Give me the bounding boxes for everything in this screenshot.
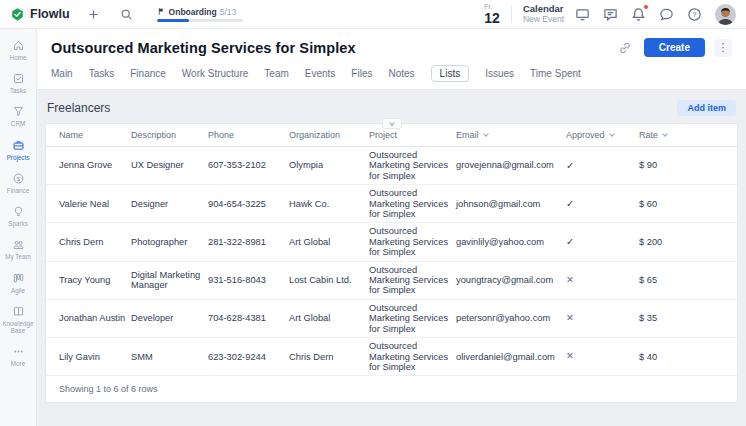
column-header-rate[interactable]: Rate <box>639 124 737 147</box>
cell-project: Outsourced Marketing Services for Simple… <box>369 299 456 337</box>
check-icon: ✓ <box>566 198 574 209</box>
cell-name: Lily Gavin <box>46 338 131 376</box>
comments-button[interactable] <box>603 6 620 23</box>
chat-button[interactable] <box>659 6 676 23</box>
svg-text:?: ? <box>692 10 696 19</box>
table-row[interactable]: Valerie NealDesigner904-654-3225Hawk Co.… <box>46 185 737 223</box>
cell-name: Tracy Young <box>46 261 131 299</box>
collapse-table-button[interactable] <box>382 118 402 129</box>
table-row[interactable]: Jenna GroveUX Designer607-353-2102Olympi… <box>46 147 737 185</box>
sidebar-item-crm[interactable]: CRM <box>0 100 36 133</box>
projects-icon <box>12 139 25 152</box>
book-icon <box>12 305 25 318</box>
sidebar-item-knowledge-base[interactable]: Knowledge Base <box>0 300 36 340</box>
table-row[interactable]: Jonathan AustinDeveloper704-628-4381Art … <box>46 299 737 337</box>
add-item-button-freelancers[interactable]: Add item <box>677 100 736 116</box>
sidebar-item-sparks[interactable]: Sparks <box>0 200 36 233</box>
more-icon <box>12 345 25 358</box>
cell-organization: Olympia <box>289 147 369 185</box>
tab-lists[interactable]: Lists <box>431 65 470 82</box>
add-button[interactable] <box>85 5 103 23</box>
user-avatar[interactable] <box>715 4 736 25</box>
agile-icon <box>12 272 25 285</box>
tab-main[interactable]: Main <box>51 68 73 79</box>
finance-icon: $ <box>12 172 25 185</box>
tab-finance[interactable]: Finance <box>130 68 166 79</box>
tab-time-spent[interactable]: Time Spent <box>530 68 581 79</box>
cell-phone: 281-322-8981 <box>208 223 289 261</box>
day-number: 12 <box>484 10 500 26</box>
column-header-organization: Organization <box>289 124 369 147</box>
tab-team[interactable]: Team <box>264 68 288 79</box>
onboarding-progress-count: 5/13 <box>220 7 237 17</box>
create-button[interactable]: Create <box>644 38 705 57</box>
freelancers-section: Freelancers Add item NameDescriptionPhon… <box>45 100 738 403</box>
sidebar-item-more[interactable]: More <box>0 340 36 373</box>
sidebar-item-projects[interactable]: Projects <box>0 134 36 167</box>
sidebar-item-label: Knowledge Base <box>1 320 35 334</box>
sidebar-item-label: CRM <box>11 120 25 127</box>
sidebar-item-tasks[interactable]: Tasks <box>0 67 36 100</box>
content: Freelancers Add item NameDescriptionPhon… <box>37 90 746 426</box>
chevron-down-icon <box>389 120 395 126</box>
cell-approved: ✓ <box>566 223 639 261</box>
cell-organization: Lost Cabin Ltd. <box>289 261 369 299</box>
cell-project: Outsourced Marketing Services for Simple… <box>369 147 456 185</box>
column-header-email[interactable]: Email <box>456 124 566 147</box>
calendar-widget[interactable]: Calendar New Event <box>523 3 564 25</box>
tab-tasks[interactable]: Tasks <box>89 68 115 79</box>
help-button[interactable]: ? <box>687 6 704 23</box>
help-icon: ? <box>687 7 704 22</box>
tab-issues[interactable]: Issues <box>485 68 514 79</box>
comments-icon <box>603 7 620 22</box>
cross-icon: ✕ <box>566 274 574 285</box>
flag-icon <box>157 7 166 16</box>
brand[interactable]: Flowlu <box>10 7 70 22</box>
rows-count-label: Showing 1 to 6 of 6 rows <box>46 376 737 402</box>
table-row[interactable]: Lily GavinSMM623-302-9244Chris DernOutso… <box>46 338 737 376</box>
column-header-approved[interactable]: Approved <box>566 124 639 147</box>
copy-link-button[interactable] <box>617 39 635 57</box>
tab-events[interactable]: Events <box>305 68 336 79</box>
column-label: Phone <box>208 130 234 140</box>
topbar: Flowlu Onboarding 5/13 Fr. 12 Calendar N… <box>0 0 746 29</box>
section-title-freelancers: Freelancers <box>47 101 110 115</box>
cell-approved: ✓ <box>566 185 639 223</box>
chat-bubble-icon <box>659 7 676 22</box>
tab-notes[interactable]: Notes <box>388 68 414 79</box>
sidebar-item-finance[interactable]: $Finance <box>0 167 36 200</box>
tab-work-structure[interactable]: Work Structure <box>182 68 249 79</box>
tab-files[interactable]: Files <box>351 68 372 79</box>
bell-button[interactable] <box>631 6 648 23</box>
cell-name: Chris Dern <box>46 223 131 261</box>
screen-button[interactable] <box>575 6 592 23</box>
cell-project: Outsourced Marketing Services for Simple… <box>369 261 456 299</box>
sidebar-item-label: Home <box>10 54 27 61</box>
date-widget[interactable]: Fr. 12 <box>484 3 500 26</box>
sidebar-item-home[interactable]: Home <box>0 34 36 67</box>
cell-email: youngtracy@gmail.com <box>456 261 566 299</box>
main-area: Outsourced Marketing Services for Simple… <box>37 29 746 426</box>
cell-email: petersonr@yahoo.com <box>456 299 566 337</box>
cell-organization: Art Global <box>289 299 369 337</box>
sidebar-item-my-team[interactable]: My Team <box>0 233 36 266</box>
sidebar-item-agile[interactable]: Agile <box>0 267 36 300</box>
search-button[interactable] <box>118 5 136 23</box>
team-icon <box>12 238 25 251</box>
cell-rate: $ 90 <box>639 147 737 185</box>
cell-email: gavinlily@yahoo.com <box>456 223 566 261</box>
cell-rate: $ 65 <box>639 261 737 299</box>
more-menu-button[interactable]: ⋮ <box>714 39 732 57</box>
cell-phone: 704-628-4381 <box>208 299 289 337</box>
table-row[interactable]: Tracy YoungDigital Marketing Manager931-… <box>46 261 737 299</box>
tabs: MainTasksFinanceWork StructureTeamEvents… <box>51 65 732 89</box>
cell-rate: $ 35 <box>639 299 737 337</box>
cell-organization: Hawk Co. <box>289 185 369 223</box>
onboarding-widget[interactable]: Onboarding 5/13 <box>157 7 243 22</box>
cell-project: Outsourced Marketing Services for Simple… <box>369 338 456 376</box>
cell-project: Outsourced Marketing Services for Simple… <box>369 185 456 223</box>
column-label: Rate <box>639 130 658 140</box>
divider <box>511 5 512 23</box>
table-row[interactable]: Chris DernPhotographer281-322-8981Art Gl… <box>46 223 737 261</box>
sidebar-item-label: Agile <box>11 287 25 294</box>
